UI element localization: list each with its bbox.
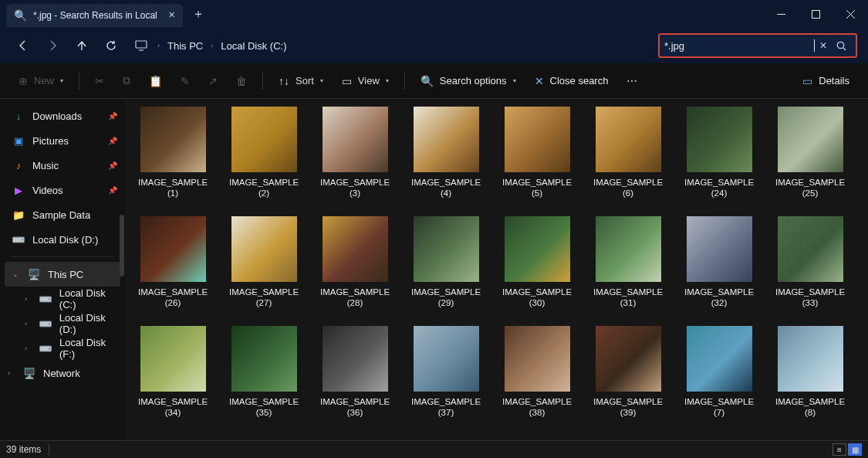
- sidebar-item-label: Pictures: [32, 135, 69, 147]
- sidebar-item-this-pc[interactable]: ⌄ 🖥️ This PC: [5, 262, 120, 287]
- file-item[interactable]: IMAGE_SAMPLE (35): [230, 326, 298, 419]
- sidebar-item-label: Videos: [32, 185, 63, 196]
- sidebar-item-network[interactable]: › 🖥️ Network: [0, 361, 125, 385]
- sidebar-item-videos[interactable]: ▶Videos📌: [0, 178, 125, 202]
- file-thumbnail: [323, 326, 388, 392]
- close-icon[interactable]: ✕: [168, 10, 175, 20]
- content-area[interactable]: IMAGE_SAMPLE (1)IMAGE_SAMPLE (2)IMAGE_SA…: [125, 99, 868, 440]
- maximize-button[interactable]: [799, 0, 833, 28]
- file-item[interactable]: IMAGE_SAMPLE (7): [685, 326, 753, 419]
- scrollbar-thumb[interactable]: [120, 215, 124, 276]
- paste-icon: 📋: [149, 75, 162, 87]
- details-view-toggle[interactable]: ≡: [833, 443, 846, 456]
- tab[interactable]: 🔍 *.jpg - Search Results in Local ✕: [6, 4, 183, 27]
- rename-icon: ✎: [181, 75, 190, 87]
- file-thumbnail: [140, 216, 206, 282]
- search-icon[interactable]: [832, 41, 851, 51]
- delete-button[interactable]: 🗑: [228, 69, 255, 93]
- breadcrumb-part[interactable]: Local Disk (C:): [221, 40, 286, 52]
- more-button[interactable]: ⋯: [619, 69, 645, 93]
- file-item[interactable]: IMAGE_SAMPLE (37): [412, 326, 480, 419]
- details-pane-icon: ▭: [802, 75, 812, 87]
- svg-line-7: [843, 48, 846, 50]
- file-item[interactable]: IMAGE_SAMPLE (24): [685, 107, 753, 199]
- view-icon: ▭: [342, 75, 352, 87]
- window-close-button[interactable]: [833, 0, 868, 28]
- file-item[interactable]: IMAGE_SAMPLE (29): [412, 216, 480, 309]
- new-tab-button[interactable]: ＋: [183, 6, 214, 22]
- clear-search-icon[interactable]: ✕: [815, 40, 832, 51]
- share-button[interactable]: ↗: [201, 69, 225, 93]
- file-label: IMAGE_SAMPLE (26): [134, 287, 211, 309]
- copy-button[interactable]: ⧉: [115, 69, 138, 93]
- sidebar-item[interactable]: 📁Sample Data: [0, 202, 125, 227]
- breadcrumb[interactable]: › This PC › Local Disk (C:): [128, 33, 654, 58]
- sidebar-item-label: Music: [32, 160, 59, 171]
- file-item[interactable]: IMAGE_SAMPLE (5): [503, 107, 571, 199]
- monitor-icon: 🖥️: [28, 268, 40, 280]
- file-item[interactable]: IMAGE_SAMPLE (1): [139, 107, 207, 199]
- pin-icon[interactable]: 📌: [108, 137, 117, 145]
- file-item[interactable]: IMAGE_SAMPLE (38): [503, 326, 571, 419]
- sidebar-item-label: Sample Data: [32, 209, 90, 221]
- sidebar-item-pictures[interactable]: ▣Pictures📌: [0, 128, 125, 153]
- chevron-down-icon: ▾: [386, 77, 389, 84]
- pin-icon[interactable]: 📌: [108, 186, 117, 195]
- sidebar-item-downloads[interactable]: ↓Downloads📌: [0, 103, 125, 128]
- svg-point-9: [22, 239, 23, 241]
- file-label: IMAGE_SAMPLE (30): [498, 287, 576, 309]
- pin-icon[interactable]: 📌: [108, 161, 117, 170]
- breadcrumb-part[interactable]: This PC: [167, 40, 203, 52]
- sidebar-item-label: Local Disk (D:): [32, 234, 98, 246]
- file-item[interactable]: IMAGE_SAMPLE (34): [139, 326, 207, 419]
- file-label: IMAGE_SAMPLE (38): [498, 396, 576, 419]
- minimize-button[interactable]: [764, 0, 799, 28]
- file-item[interactable]: IMAGE_SAMPLE (36): [321, 326, 389, 419]
- new-button[interactable]: ⊕ New ▾: [11, 69, 71, 93]
- file-item[interactable]: IMAGE_SAMPLE (26): [139, 216, 207, 309]
- back-button[interactable]: [11, 33, 35, 58]
- sidebar-item-drive[interactable]: ›Local Disk (F:): [0, 336, 125, 361]
- drive-icon: [39, 342, 52, 355]
- file-item[interactable]: IMAGE_SAMPLE (8): [776, 326, 844, 419]
- view-button[interactable]: ▭ View ▾: [334, 69, 397, 93]
- sidebar-item[interactable]: Local Disk (D:): [0, 227, 125, 252]
- cut-button[interactable]: ✂: [87, 69, 112, 93]
- close-search-button[interactable]: ✕ Close search: [527, 69, 616, 93]
- sidebar-item-drive[interactable]: ›Local Disk (D:): [0, 311, 125, 336]
- up-button[interactable]: [69, 33, 94, 58]
- search-options-button[interactable]: 🔍 Search options ▾: [413, 69, 524, 93]
- file-item[interactable]: IMAGE_SAMPLE (6): [594, 107, 662, 199]
- file-item[interactable]: IMAGE_SAMPLE (39): [594, 326, 662, 419]
- paste-button[interactable]: 📋: [141, 69, 170, 93]
- file-item[interactable]: IMAGE_SAMPLE (27): [230, 216, 298, 309]
- file-item[interactable]: IMAGE_SAMPLE (25): [776, 107, 844, 199]
- file-item[interactable]: IMAGE_SAMPLE (32): [685, 216, 753, 309]
- search-input[interactable]: [664, 40, 814, 52]
- refresh-button[interactable]: [99, 33, 123, 58]
- file-item[interactable]: IMAGE_SAMPLE (3): [321, 107, 389, 199]
- svg-rect-4: [136, 41, 147, 48]
- details-pane-button[interactable]: ▭ Details: [795, 69, 857, 93]
- file-item[interactable]: IMAGE_SAMPLE (28): [321, 216, 389, 309]
- file-item[interactable]: IMAGE_SAMPLE (2): [230, 107, 298, 199]
- sidebar-item-drive[interactable]: ›Local Disk (C:): [0, 287, 125, 311]
- search-box[interactable]: ✕: [658, 33, 857, 58]
- file-item[interactable]: IMAGE_SAMPLE (31): [594, 216, 662, 309]
- sort-button[interactable]: ↑↓ Sort ▾: [271, 69, 331, 93]
- file-item[interactable]: IMAGE_SAMPLE (4): [412, 107, 480, 199]
- file-label: IMAGE_SAMPLE (33): [772, 287, 849, 309]
- chevron-right-icon: ›: [206, 42, 218, 49]
- file-thumbnail: [687, 107, 752, 172]
- thumbnails-view-toggle[interactable]: ▦: [848, 443, 862, 456]
- file-thumbnail: [505, 216, 570, 282]
- file-item[interactable]: IMAGE_SAMPLE (30): [503, 216, 571, 309]
- file-item[interactable]: IMAGE_SAMPLE (33): [776, 216, 844, 309]
- navigation-pane[interactable]: ↓Downloads📌▣Pictures📌♪Music📌▶Videos📌 📁Sa…: [0, 99, 125, 440]
- sidebar-item-music[interactable]: ♪Music📌: [0, 153, 125, 178]
- forward-button[interactable]: [40, 33, 65, 58]
- pin-icon[interactable]: 📌: [108, 112, 117, 120]
- rename-button[interactable]: ✎: [173, 69, 198, 93]
- file-thumbnail: [505, 326, 570, 392]
- chevron-right-icon: ›: [153, 42, 164, 49]
